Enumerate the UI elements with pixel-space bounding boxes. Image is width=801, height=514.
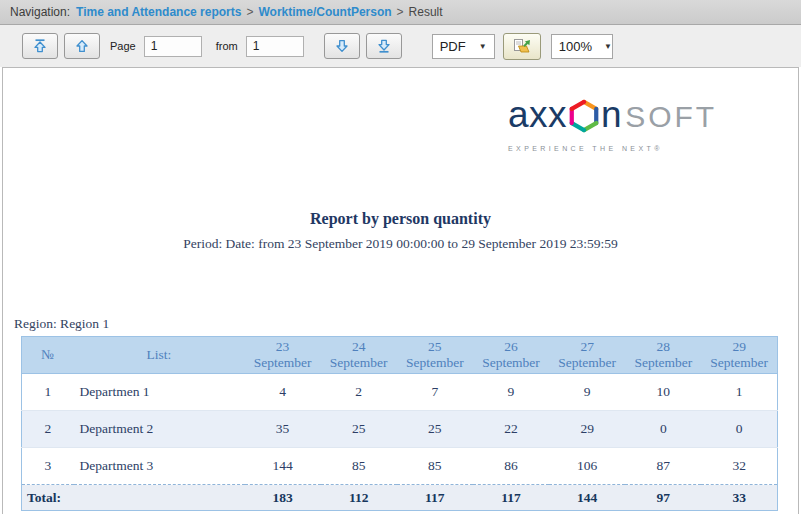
logo-text-soft: SOFT	[625, 100, 717, 133]
report-toolbar: Page from PDF ▼ 100% ▼	[0, 25, 801, 67]
cell-value: 85	[321, 448, 397, 485]
total-value: 117	[473, 485, 549, 511]
total-value: 117	[397, 485, 473, 511]
logo-hexagon-icon	[568, 99, 600, 133]
up-arrow-icon	[74, 38, 90, 54]
row-number: 2	[22, 411, 74, 448]
total-value: 183	[245, 485, 321, 511]
breadcrumb-separator: >	[246, 5, 253, 19]
first-page-button[interactable]	[22, 33, 58, 59]
logo-tagline: EXPERIENCE THE NEXT®	[508, 145, 700, 152]
cell-value: 106	[549, 448, 625, 485]
table-header-row: № List: 23September 24September 25Septem…	[22, 337, 778, 374]
cell-value: 35	[245, 411, 321, 448]
zoom-value: 100%	[559, 39, 592, 54]
axxonsoft-logo: axx nSOFT EXPERIENCE THE NEXT®	[508, 96, 700, 152]
cell-value: 9	[549, 374, 625, 411]
export-button[interactable]	[503, 33, 541, 60]
navigation-label: Navigation:	[10, 5, 70, 19]
row-number: 3	[22, 448, 74, 485]
logo-text-n: n	[601, 94, 622, 135]
table-row: 1 Departmen 1 4 2 7 9 9 10 1	[22, 374, 778, 411]
header-list: List:	[74, 337, 245, 374]
previous-page-button[interactable]	[64, 33, 100, 59]
total-value: 144	[549, 485, 625, 511]
cell-value: 25	[397, 411, 473, 448]
header-date: 29September	[701, 337, 777, 374]
table-row: 2 Department 2 35 25 25 22 29 0 0	[22, 411, 778, 448]
up-arrow-to-bar-icon	[32, 38, 48, 54]
cell-value: 85	[397, 448, 473, 485]
total-label: Total:	[22, 485, 245, 511]
header-date: 27September	[549, 337, 625, 374]
cell-value: 7	[397, 374, 473, 411]
cell-value: 22	[473, 411, 549, 448]
logo-text-axx: axx	[508, 94, 567, 135]
report-table: № List: 23September 24September 25Septem…	[21, 336, 778, 511]
total-value: 33	[701, 485, 777, 511]
cell-value: 29	[549, 411, 625, 448]
department-name: Department 3	[74, 448, 245, 485]
page-input[interactable]	[144, 36, 202, 57]
export-format-select[interactable]: PDF ▼	[432, 34, 495, 59]
cell-value: 25	[321, 411, 397, 448]
cell-value: 9	[473, 374, 549, 411]
header-date: 28September	[625, 337, 701, 374]
from-label: from	[216, 40, 238, 52]
header-date: 24September	[321, 337, 397, 374]
breadcrumb-worktime-countperson[interactable]: Worktime/CountPerson	[258, 5, 391, 19]
total-pages-input[interactable]	[246, 36, 304, 57]
cell-value: 2	[321, 374, 397, 411]
report-viewer-pane: axx nSOFT EXPERIENCE THE NEXT® Report by…	[2, 67, 799, 514]
dropdown-arrow-icon: ▼	[479, 42, 487, 51]
total-value: 97	[625, 485, 701, 511]
dropdown-arrow-icon: ▼	[604, 42, 612, 51]
cell-value: 10	[625, 374, 701, 411]
next-page-button[interactable]	[324, 33, 360, 59]
down-arrow-icon	[334, 38, 350, 54]
cell-value: 86	[473, 448, 549, 485]
cell-value: 4	[245, 374, 321, 411]
department-name: Department 2	[74, 411, 245, 448]
cell-value: 144	[245, 448, 321, 485]
row-number: 1	[22, 374, 74, 411]
total-value: 112	[321, 485, 397, 511]
page-label: Page	[110, 40, 136, 52]
navigation-bar: Navigation: Time and Attendance reports …	[0, 0, 801, 25]
axxonsoft-logo-wordmark: axx nSOFT	[508, 96, 700, 141]
last-page-button[interactable]	[366, 33, 402, 59]
export-report-icon	[513, 38, 531, 54]
cell-value: 87	[625, 448, 701, 485]
department-name: Departmen 1	[74, 374, 245, 411]
cell-value: 1	[701, 374, 777, 411]
cell-value: 0	[701, 411, 777, 448]
report-period: Period: Date: from 23 September 2019 00:…	[3, 236, 798, 252]
breadcrumb-time-attendance-reports[interactable]: Time and Attendance reports	[76, 5, 241, 19]
header-date: 26September	[473, 337, 549, 374]
down-arrow-to-bar-icon	[376, 38, 392, 54]
table-total-row: Total: 183 112 117 117 144 97 33	[22, 485, 778, 511]
report-region: Region: Region 1	[14, 316, 798, 332]
report-title: Report by person quantity	[3, 210, 798, 228]
table-row: 3 Department 3 144 85 85 86 106 87 32	[22, 448, 778, 485]
cell-value: 0	[625, 411, 701, 448]
header-date: 25September	[397, 337, 473, 374]
zoom-select[interactable]: 100% ▼	[551, 34, 613, 59]
export-format-value: PDF	[440, 39, 467, 54]
cell-value: 32	[701, 448, 777, 485]
breadcrumb-separator: >	[397, 5, 404, 19]
breadcrumb-result: Result	[409, 5, 443, 19]
header-number: №	[22, 337, 74, 374]
header-date: 23September	[245, 337, 321, 374]
